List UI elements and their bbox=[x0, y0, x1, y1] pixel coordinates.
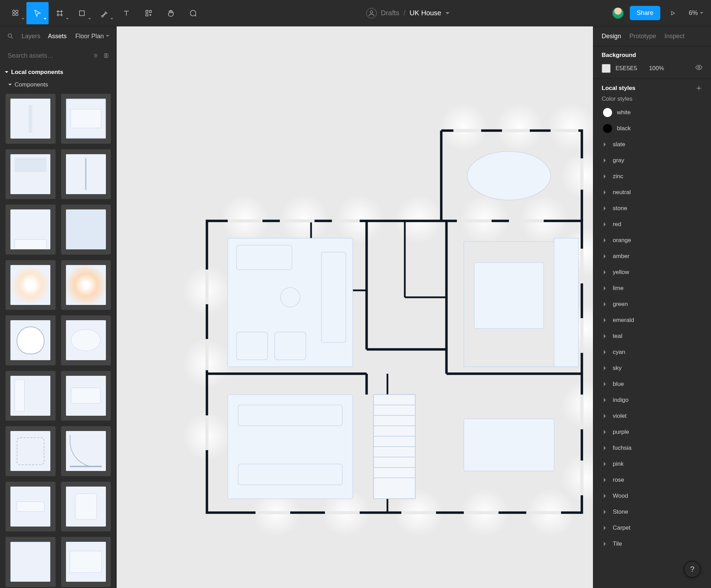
color-style-group[interactable]: orange bbox=[602, 232, 703, 248]
play-icon bbox=[670, 10, 676, 16]
color-style-group[interactable]: violet bbox=[602, 408, 703, 424]
comment-tool-button[interactable] bbox=[182, 2, 204, 24]
color-style-group[interactable]: lime bbox=[602, 280, 703, 296]
chevron-right-icon bbox=[604, 526, 608, 530]
pen-tool-button[interactable] bbox=[93, 2, 115, 24]
owner-icon[interactable] bbox=[366, 8, 377, 18]
asset-thumbnail[interactable] bbox=[6, 205, 56, 255]
library-icon[interactable] bbox=[103, 52, 109, 59]
color-styles-title: Color styles bbox=[602, 96, 703, 102]
color-style-group[interactable]: yellow bbox=[602, 264, 703, 280]
tool-group-left bbox=[4, 2, 204, 24]
plus-icon[interactable] bbox=[695, 84, 703, 92]
avatar[interactable] bbox=[612, 7, 624, 19]
search-input[interactable] bbox=[8, 52, 88, 59]
chevron-down-icon[interactable] bbox=[445, 12, 450, 16]
tab-prototype[interactable]: Prototype bbox=[629, 33, 656, 40]
color-style-group[interactable]: Carpet bbox=[602, 520, 703, 536]
asset-thumbnail[interactable] bbox=[61, 260, 111, 310]
background-title: Background bbox=[602, 52, 703, 59]
background-swatch[interactable] bbox=[602, 64, 611, 73]
figma-icon bbox=[11, 9, 19, 17]
hand-tool-button[interactable] bbox=[160, 2, 182, 24]
color-style-group[interactable]: rose bbox=[602, 472, 703, 488]
asset-thumbnail[interactable] bbox=[6, 482, 56, 532]
local-components-heading[interactable]: Local components bbox=[0, 65, 116, 79]
color-style-group[interactable]: stone bbox=[602, 200, 703, 216]
tab-layers[interactable]: Layers bbox=[22, 33, 40, 40]
share-button[interactable]: Share bbox=[630, 6, 660, 20]
frame-tool-button[interactable] bbox=[49, 2, 71, 24]
page-selector[interactable]: Floor Plan bbox=[75, 33, 109, 40]
color-style-group[interactable]: teal bbox=[602, 328, 703, 344]
visibility-toggle[interactable] bbox=[695, 64, 703, 73]
color-style-white[interactable]: white bbox=[602, 105, 703, 121]
list-view-icon[interactable] bbox=[93, 52, 99, 59]
text-tool-button[interactable] bbox=[115, 2, 137, 24]
color-style-group[interactable]: Stone bbox=[602, 504, 703, 520]
asset-scroll[interactable] bbox=[0, 92, 116, 588]
svg-point-13 bbox=[394, 195, 443, 243]
move-tool-button[interactable] bbox=[26, 2, 49, 24]
color-style-group[interactable]: pink bbox=[602, 456, 703, 472]
color-style-group[interactable]: zinc bbox=[602, 168, 703, 184]
svg-rect-6 bbox=[149, 10, 151, 13]
svg-rect-35 bbox=[236, 332, 268, 360]
svg-rect-5 bbox=[146, 10, 148, 13]
asset-thumbnail[interactable] bbox=[6, 426, 56, 476]
search-icon[interactable] bbox=[7, 33, 14, 40]
asset-thumbnail[interactable] bbox=[61, 537, 111, 587]
components-subheading[interactable]: Components bbox=[0, 79, 116, 92]
color-style-group[interactable]: green bbox=[602, 296, 703, 312]
color-style-group[interactable]: indigo bbox=[602, 392, 703, 408]
chevron-right-icon bbox=[604, 142, 608, 147]
color-style-group[interactable]: amber bbox=[602, 248, 703, 264]
color-style-group[interactable]: Wood bbox=[602, 488, 703, 504]
asset-thumbnail[interactable] bbox=[6, 537, 56, 587]
resources-button[interactable] bbox=[137, 2, 160, 24]
color-style-group[interactable]: fuchsia bbox=[602, 440, 703, 456]
chevron-right-icon bbox=[604, 302, 608, 306]
main-menu-button[interactable] bbox=[4, 2, 26, 24]
color-style-group[interactable]: neutral bbox=[602, 184, 703, 200]
asset-thumbnail[interactable] bbox=[61, 482, 111, 532]
tab-design[interactable]: Design bbox=[602, 33, 621, 40]
color-style-group[interactable]: Tile bbox=[602, 536, 703, 552]
chevron-right-icon bbox=[604, 206, 608, 210]
color-style-group[interactable]: gray bbox=[602, 152, 703, 168]
shape-tool-button[interactable] bbox=[71, 2, 93, 24]
color-style-group[interactable]: blue bbox=[602, 376, 703, 392]
color-style-group[interactable]: purple bbox=[602, 424, 703, 440]
color-style-group[interactable]: red bbox=[602, 216, 703, 232]
color-style-group[interactable]: cyan bbox=[602, 344, 703, 360]
color-style-group-label: blue bbox=[613, 381, 624, 388]
asset-thumbnail[interactable] bbox=[61, 315, 111, 365]
color-style-group[interactable]: emerald bbox=[602, 312, 703, 328]
background-opacity[interactable]: 100% bbox=[649, 65, 664, 72]
svg-point-14 bbox=[460, 195, 509, 243]
asset-thumbnail[interactable] bbox=[6, 315, 56, 365]
svg-point-10 bbox=[221, 195, 269, 243]
canvas[interactable] bbox=[117, 26, 593, 588]
help-button[interactable]: ? bbox=[684, 561, 701, 578]
present-button[interactable] bbox=[666, 2, 680, 24]
color-style-black[interactable]: black bbox=[602, 121, 703, 136]
asset-thumbnail[interactable] bbox=[6, 94, 56, 144]
asset-thumbnail[interactable] bbox=[61, 94, 111, 144]
zoom-control[interactable]: 6% bbox=[685, 9, 707, 17]
breadcrumb-drafts[interactable]: Drafts bbox=[381, 9, 399, 17]
asset-thumbnail[interactable] bbox=[6, 260, 56, 310]
file-name[interactable]: UK House bbox=[410, 9, 441, 17]
toolbar-right: Share 6% bbox=[612, 2, 707, 24]
background-hex[interactable]: E5E5E5 bbox=[616, 65, 637, 72]
color-style-group[interactable]: sky bbox=[602, 360, 703, 376]
asset-thumbnail[interactable] bbox=[6, 149, 56, 199]
asset-thumbnail[interactable] bbox=[6, 371, 56, 421]
asset-thumbnail[interactable] bbox=[61, 371, 111, 421]
asset-thumbnail[interactable] bbox=[61, 149, 111, 199]
asset-thumbnail[interactable] bbox=[61, 426, 111, 476]
color-style-group[interactable]: slate bbox=[602, 136, 703, 152]
tab-inspect[interactable]: Inspect bbox=[664, 33, 685, 40]
asset-thumbnail[interactable] bbox=[61, 205, 111, 255]
tab-assets[interactable]: Assets bbox=[48, 33, 67, 40]
